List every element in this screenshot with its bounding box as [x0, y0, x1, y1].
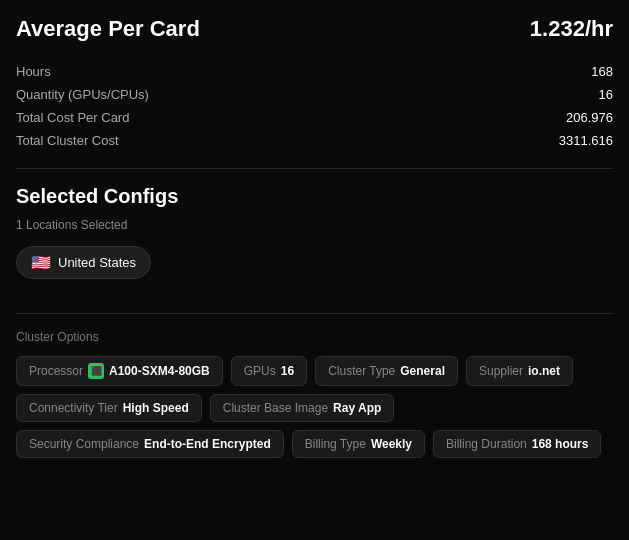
- average-per-card-rate: 1.232/hr: [530, 16, 613, 42]
- total-cost-per-card-value: 206.976: [566, 110, 613, 125]
- billing-type-value: Weekly: [371, 437, 412, 451]
- quantity-label: Quantity (GPUs/CPUs): [16, 87, 149, 102]
- hours-value: 168: [591, 64, 613, 79]
- processor-tag: Processor ⬛ A100-SXM4-80GB: [16, 356, 223, 386]
- cluster-type-key: Cluster Type: [328, 364, 395, 378]
- connectivity-tier-value: High Speed: [123, 401, 189, 415]
- location-name: United States: [58, 255, 136, 270]
- average-per-card-header: Average Per Card 1.232/hr: [16, 16, 613, 42]
- selected-configs-section: Selected Configs 1 Locations Selected 🇺🇸…: [16, 185, 613, 297]
- total-cluster-cost-label: Total Cluster Cost: [16, 133, 119, 148]
- gpus-key: GPUs: [244, 364, 276, 378]
- stats-row-total-cost-per-card: Total Cost Per Card 206.976: [16, 106, 613, 129]
- billing-duration-tag: Billing Duration 168 hours: [433, 430, 601, 458]
- quantity-value: 16: [599, 87, 613, 102]
- security-compliance-tag: Security Compliance End-to-End Encrypted: [16, 430, 284, 458]
- billing-type-tag: Billing Type Weekly: [292, 430, 425, 458]
- locations-selected: 1 Locations Selected: [16, 218, 613, 232]
- cluster-base-image-key: Cluster Base Image: [223, 401, 328, 415]
- average-per-card-title: Average Per Card: [16, 16, 200, 42]
- connectivity-tier-tag: Connectivity Tier High Speed: [16, 394, 202, 422]
- stats-row-total-cluster-cost: Total Cluster Cost 3311.616: [16, 129, 613, 152]
- total-cluster-cost-value: 3311.616: [559, 133, 613, 148]
- cluster-options-label: Cluster Options: [16, 330, 613, 344]
- main-container: Average Per Card 1.232/hr Hours 168 Quan…: [0, 0, 629, 474]
- stats-row-quantity: Quantity (GPUs/CPUs) 16: [16, 83, 613, 106]
- gpus-value: 16: [281, 364, 294, 378]
- hours-label: Hours: [16, 64, 51, 79]
- divider-2: [16, 313, 613, 314]
- selected-configs-title: Selected Configs: [16, 185, 613, 208]
- billing-type-key: Billing Type: [305, 437, 366, 451]
- cluster-base-image-value: Ray App: [333, 401, 381, 415]
- supplier-value: io.net: [528, 364, 560, 378]
- supplier-key: Supplier: [479, 364, 523, 378]
- processor-icon: ⬛: [88, 363, 104, 379]
- billing-duration-key: Billing Duration: [446, 437, 527, 451]
- supplier-tag: Supplier io.net: [466, 356, 573, 386]
- stats-row-hours: Hours 168: [16, 60, 613, 83]
- stats-table: Hours 168 Quantity (GPUs/CPUs) 16 Total …: [16, 60, 613, 152]
- cluster-type-tag: Cluster Type General: [315, 356, 458, 386]
- gpus-tag: GPUs 16: [231, 356, 307, 386]
- billing-duration-value: 168 hours: [532, 437, 589, 451]
- total-cost-per-card-label: Total Cost Per Card: [16, 110, 129, 125]
- cluster-base-image-tag: Cluster Base Image Ray App: [210, 394, 395, 422]
- us-flag-icon: 🇺🇸: [31, 253, 51, 272]
- tags-container: Processor ⬛ A100-SXM4-80GB GPUs 16 Clust…: [16, 356, 613, 458]
- location-badge[interactable]: 🇺🇸 United States: [16, 246, 151, 279]
- divider-1: [16, 168, 613, 169]
- security-compliance-key: Security Compliance: [29, 437, 139, 451]
- cluster-type-value: General: [400, 364, 445, 378]
- connectivity-tier-key: Connectivity Tier: [29, 401, 118, 415]
- processor-value: A100-SXM4-80GB: [109, 364, 210, 378]
- cluster-options-section: Cluster Options Processor ⬛ A100-SXM4-80…: [16, 330, 613, 458]
- processor-key: Processor: [29, 364, 83, 378]
- security-compliance-value: End-to-End Encrypted: [144, 437, 271, 451]
